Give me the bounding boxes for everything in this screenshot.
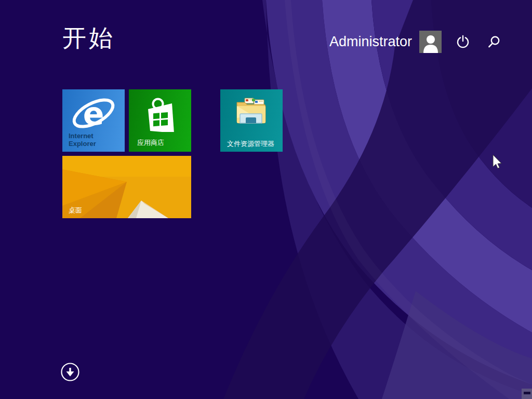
start-screen: 开始 Administrator e bbox=[0, 0, 532, 399]
user-name[interactable]: Administrator bbox=[329, 34, 412, 50]
tile-internet-explorer[interactable]: e Internet Explorer bbox=[62, 89, 125, 152]
tile-label: 文件资源管理器 bbox=[227, 140, 274, 148]
scrollbar-thumb[interactable] bbox=[524, 392, 530, 394]
person-icon bbox=[422, 34, 440, 53]
scrollbar-fragment[interactable] bbox=[522, 389, 532, 399]
tile-label: 应用商店 bbox=[137, 139, 164, 147]
internet-explorer-icon: e bbox=[70, 92, 117, 135]
search-button[interactable] bbox=[485, 33, 503, 50]
user-area: Administrator bbox=[329, 30, 503, 53]
all-apps-button[interactable] bbox=[60, 362, 80, 382]
page-title: 开始 bbox=[62, 25, 115, 51]
tile-file-explorer[interactable]: 文件资源管理器 bbox=[220, 89, 283, 152]
down-arrow-icon bbox=[60, 362, 80, 382]
file-explorer-icon bbox=[234, 95, 269, 129]
svg-text:e: e bbox=[83, 96, 104, 132]
tile-desktop[interactable]: 桌面 bbox=[62, 156, 191, 218]
tile-label: 桌面 bbox=[69, 207, 82, 215]
store-icon bbox=[143, 96, 177, 132]
search-icon bbox=[487, 35, 501, 48]
user-avatar[interactable] bbox=[419, 31, 442, 53]
power-button[interactable] bbox=[454, 33, 472, 50]
power-icon bbox=[456, 35, 470, 48]
tile-store[interactable]: 应用商店 bbox=[129, 89, 191, 152]
tile-label: Internet Explorer bbox=[69, 132, 110, 148]
